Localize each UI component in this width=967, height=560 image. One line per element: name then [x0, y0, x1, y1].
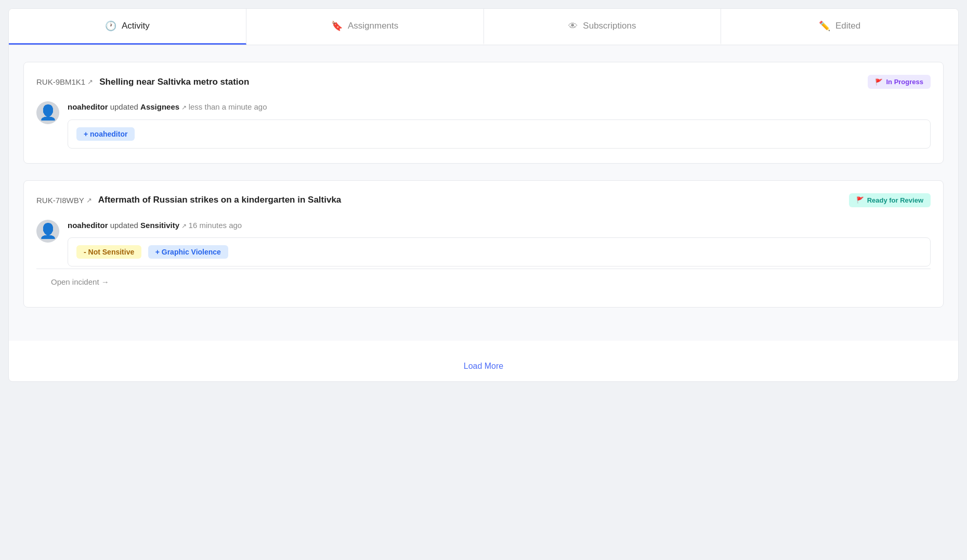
subscriptions-icon: 👁: [568, 21, 578, 32]
incident-card-1: RUK-9BM1K1 ↗ Shelling near Saltivka metr…: [23, 62, 944, 164]
incident-title-2: Aftermath of Russian strikes on a kinder…: [98, 195, 342, 205]
field-link-arrow-2: ↗: [181, 222, 188, 230]
activity-content-1: noaheditor updated Assignees ↗ less than…: [68, 101, 931, 149]
incident-link-arrow-1: ↗: [87, 78, 93, 86]
tag-added-1: + noaheditor: [76, 127, 135, 141]
avatar-person-icon-2: 👤: [39, 224, 57, 238]
incident-card-2: RUK-7I8WBY ↗ Aftermath of Russian strike…: [23, 180, 944, 308]
tab-assignments-label: Assignments: [348, 21, 398, 31]
activity-icon: 🕐: [105, 20, 116, 32]
activity-entry-1: 👤 noaheditor updated Assignees ↗ less th…: [36, 99, 931, 151]
incident-id-title-1: RUK-9BM1K1 ↗ Shelling near Saltivka metr…: [36, 77, 249, 87]
tab-activity[interactable]: 🕐 Activity: [9, 9, 246, 45]
status-badge-1: 🚩 In Progress: [868, 75, 931, 89]
incident-header-2: RUK-7I8WBY ↗ Aftermath of Russian strike…: [36, 193, 931, 207]
tag-added-2: + Graphic Violence: [148, 245, 228, 259]
activity-text-1: noaheditor updated Assignees ↗ less than…: [68, 101, 931, 113]
activity-field-2: Sensitivity: [140, 221, 179, 230]
tab-subscriptions-label: Subscriptions: [583, 21, 636, 31]
content-area: RUK-9BM1K1 ↗ Shelling near Saltivka metr…: [9, 45, 958, 341]
incident-title-1: Shelling near Saltivka metro station: [99, 77, 249, 87]
open-incident-link[interactable]: Open incident →: [36, 269, 931, 295]
avatar-2: 👤: [36, 220, 59, 243]
incident-id-1[interactable]: RUK-9BM1K1 ↗: [36, 77, 93, 86]
change-box-2: - Not Sensitive + Graphic Violence: [68, 237, 931, 266]
activity-user-1: noaheditor: [68, 102, 108, 111]
incident-link-arrow-2: ↗: [86, 196, 92, 204]
activity-content-2: noaheditor updated Sensitivity ↗ 16 minu…: [68, 220, 931, 267]
avatar-1: 👤: [36, 101, 59, 124]
activity-text-2: noaheditor updated Sensitivity ↗ 16 minu…: [68, 220, 931, 232]
tab-edited[interactable]: ✏️ Edited: [721, 9, 958, 45]
activity-time-1: less than a minute ago: [189, 102, 267, 111]
change-box-1: + noaheditor: [68, 119, 931, 149]
tabs-bar: 🕐 Activity 🔖 Assignments 👁 Subscriptions…: [9, 9, 958, 45]
status-flag-icon-1: 🚩: [875, 78, 883, 86]
load-more-button[interactable]: Load More: [9, 341, 958, 381]
tab-activity-label: Activity: [122, 21, 150, 31]
tab-edited-label: Edited: [835, 21, 860, 31]
edited-icon: ✏️: [819, 20, 830, 32]
tab-assignments[interactable]: 🔖 Assignments: [246, 9, 484, 45]
field-link-arrow-1: ↗: [181, 104, 188, 111]
activity-field-1: Assignees: [140, 102, 179, 111]
status-flag-icon-2: 🚩: [856, 196, 864, 204]
tab-subscriptions[interactable]: 👁 Subscriptions: [484, 9, 722, 45]
incident-id-2[interactable]: RUK-7I8WBY ↗: [36, 196, 92, 205]
assignments-icon: 🔖: [331, 20, 343, 32]
activity-user-2: noaheditor: [68, 221, 108, 230]
page-container: 🕐 Activity 🔖 Assignments 👁 Subscriptions…: [0, 0, 967, 560]
activity-entry-2: 👤 noaheditor updated Sensitivity ↗ 16 mi…: [36, 218, 931, 269]
incident-id-title-2: RUK-7I8WBY ↗ Aftermath of Russian strike…: [36, 195, 341, 205]
avatar-person-icon-1: 👤: [39, 105, 57, 120]
incident-header-1: RUK-9BM1K1 ↗ Shelling near Saltivka metr…: [36, 75, 931, 89]
main-card: 🕐 Activity 🔖 Assignments 👁 Subscriptions…: [8, 8, 959, 382]
status-badge-2: 🚩 Ready for Review: [849, 193, 931, 207]
activity-time-2: 16 minutes ago: [189, 221, 242, 230]
tag-removed-2: - Not Sensitive: [76, 245, 141, 259]
